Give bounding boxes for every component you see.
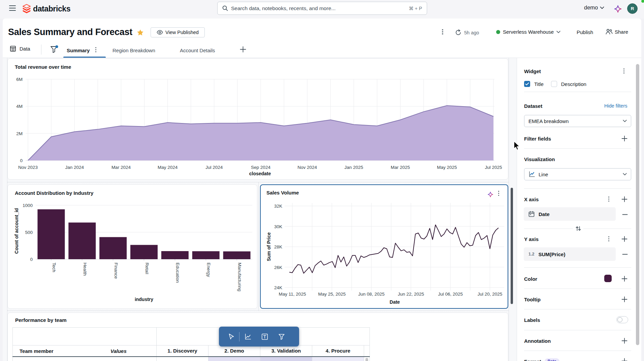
x-axis-options-kebab[interactable] xyxy=(608,197,609,203)
canvas-scrollbar-thumb[interactable] xyxy=(511,188,513,304)
description-checkbox[interactable] xyxy=(551,81,557,87)
top-navbar: databricks Search data, notebooks, recen… xyxy=(0,0,644,19)
beta-badge: Beta xyxy=(545,358,559,361)
description-checkbox-label[interactable]: Description xyxy=(561,81,586,87)
svg-text:28K: 28K xyxy=(274,244,282,249)
dataset-select[interactable]: EMEA breakdown xyxy=(524,115,631,127)
svg-text:May 25, 2025: May 25, 2025 xyxy=(318,292,346,297)
warehouse-selector[interactable]: Serverless Warehouse xyxy=(496,29,560,35)
svg-text:Mar 2025: Mar 2025 xyxy=(391,165,410,170)
svg-text:0: 0 xyxy=(30,257,33,262)
swap-axes-icon[interactable] xyxy=(575,225,582,232)
remove-y-axis-field-icon[interactable] xyxy=(622,253,628,255)
x-axis-field-pill[interactable]: Date xyxy=(524,207,616,221)
check-icon xyxy=(525,82,529,86)
add-tooltip-field-icon[interactable] xyxy=(621,296,627,302)
column-header[interactable]: 2. Demo xyxy=(208,345,260,357)
chevron-down-icon xyxy=(556,31,560,33)
eye-icon xyxy=(157,30,163,35)
widget-total-revenue[interactable]: Total revenue over time 02M4M6MNov 2023J… xyxy=(7,58,508,180)
assistant-sparkle-icon[interactable] xyxy=(614,5,622,13)
refresh-control[interactable]: 5h ago xyxy=(455,29,479,36)
favorite-star-icon[interactable] xyxy=(137,29,144,36)
add-x-axis-field-icon[interactable] xyxy=(621,196,627,202)
widget-account-distribution[interactable]: Account Distribution by Industry 0500100… xyxy=(7,184,257,309)
add-filter-field-icon[interactable] xyxy=(621,136,627,142)
industry-bar-chart: 05001000TechHealthFinanceRetailEducation… xyxy=(8,185,258,309)
share-button[interactable]: Share xyxy=(606,29,628,35)
widget-menu-kebab[interactable] xyxy=(498,191,499,197)
panel-divider xyxy=(524,92,631,92)
add-annotation-icon[interactable] xyxy=(621,338,627,344)
tab-summary-kebab[interactable] xyxy=(94,47,97,53)
svg-text:1000: 1000 xyxy=(23,203,33,208)
toolbar-add-chart-tool[interactable] xyxy=(239,329,256,344)
add-format-icon[interactable] xyxy=(621,358,627,361)
numeric-field-badge: 1.2 xyxy=(528,252,534,257)
tab-region-breakdown[interactable]: Region Breakdown xyxy=(112,46,155,55)
labels-toggle[interactable] xyxy=(616,316,628,323)
y-axis-options-kebab[interactable] xyxy=(608,236,609,242)
svg-text:Jul 06, 2025: Jul 06, 2025 xyxy=(438,292,463,297)
column-header[interactable]: 4. Procure xyxy=(312,345,364,357)
hide-filters-link[interactable]: Hide filters xyxy=(604,103,627,109)
title-checkbox-label[interactable]: Title xyxy=(534,81,544,87)
user-avatar[interactable]: R xyxy=(627,3,638,14)
svg-text:32K: 32K xyxy=(274,204,282,209)
widget-assistant-sparkle-icon[interactable] xyxy=(487,191,493,198)
grid-dotted-line xyxy=(7,310,509,311)
table-cell xyxy=(312,357,364,361)
panel-visualization-heading: Visualization xyxy=(524,156,555,162)
tab-account-details[interactable]: Account Details xyxy=(180,46,215,55)
workspace-name: demo xyxy=(584,4,598,11)
visualization-select[interactable]: Line xyxy=(524,168,631,180)
global-search-input[interactable]: Search data, notebooks, recents, and mor… xyxy=(217,2,427,15)
widget-edit-toolbar xyxy=(219,327,299,347)
hamburger-menu-icon[interactable] xyxy=(9,5,16,11)
svg-text:Nov 2024: Nov 2024 xyxy=(297,165,317,170)
title-checkbox[interactable] xyxy=(524,81,530,87)
column-header[interactable]: Values xyxy=(110,348,127,354)
remove-x-axis-field-icon[interactable] xyxy=(622,214,628,215)
panel-divider xyxy=(524,148,631,149)
svg-text:Count of account_id: Count of account_id xyxy=(14,208,19,253)
table-scroll-gutter xyxy=(364,345,370,357)
panel-scrollbar-thumb[interactable] xyxy=(636,64,639,345)
panel-divider xyxy=(524,229,573,229)
svg-text:500: 500 xyxy=(25,230,33,235)
y-axis-field-pill[interactable]: 1.2 SUM(Price) xyxy=(524,247,616,261)
svg-text:0: 0 xyxy=(20,158,23,163)
view-published-button[interactable]: View Published xyxy=(151,27,205,37)
table-scrollbar-thumb[interactable] xyxy=(365,358,368,361)
page-filter-icon[interactable] xyxy=(50,45,59,54)
svg-text:6M: 6M xyxy=(16,77,23,82)
dashboard-menu-kebab[interactable] xyxy=(440,29,445,35)
panel-x-axis-heading: X axis xyxy=(524,197,539,202)
warehouse-name: Serverless Warehouse xyxy=(503,29,554,35)
series-color-swatch[interactable] xyxy=(604,275,612,282)
databricks-wordmark[interactable]: databricks xyxy=(33,4,70,13)
column-header[interactable]: 1. Discovery xyxy=(157,345,208,357)
column-header[interactable]: 3. Validation xyxy=(260,345,312,357)
column-header[interactable]: Team member xyxy=(20,348,54,354)
add-page-icon[interactable] xyxy=(240,46,246,53)
textbox-tool-icon xyxy=(261,333,268,340)
add-y-axis-field-icon[interactable] xyxy=(621,236,627,242)
tab-data[interactable]: Data xyxy=(10,46,30,52)
databricks-logo-icon[interactable] xyxy=(22,4,31,14)
panel-format-heading: Format xyxy=(524,359,541,361)
panel-format-heading-row: Format Beta xyxy=(524,358,559,361)
tab-summary[interactable]: Summary xyxy=(67,46,97,55)
widget-options-kebab[interactable] xyxy=(623,68,624,74)
dashboard-title[interactable]: Sales Summary and Forecast xyxy=(8,27,132,37)
search-shortcut: ⌘ + P xyxy=(409,6,422,11)
toolbar-cursor-tool[interactable] xyxy=(224,329,239,344)
workspace-switcher[interactable]: demo xyxy=(584,4,604,11)
widget-sales-volume[interactable]: Sales Volume 24K26K28K30K32KMay 11, 2025… xyxy=(260,184,508,309)
publish-button[interactable]: Publish xyxy=(577,29,593,35)
table-cell xyxy=(157,357,208,361)
toolbar-add-text-tool[interactable] xyxy=(256,329,273,344)
add-color-field-icon[interactable] xyxy=(621,276,627,282)
chevron-down-icon xyxy=(623,173,627,176)
toolbar-add-filter-tool[interactable] xyxy=(273,329,290,344)
